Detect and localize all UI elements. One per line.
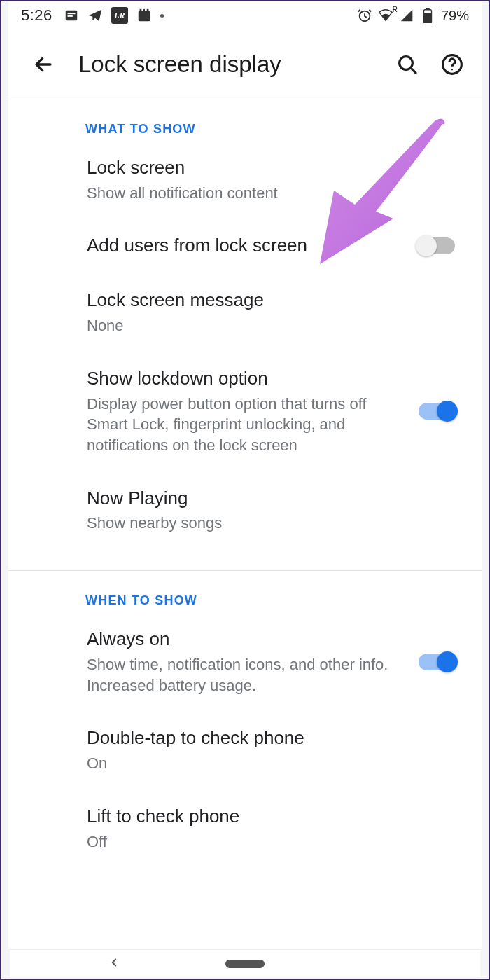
svg-rect-2 — [67, 15, 72, 17]
telegram-icon — [88, 8, 103, 23]
status-time: 5:26 — [21, 6, 52, 25]
svg-rect-1 — [67, 13, 75, 14]
item-title: Lock screen message — [87, 289, 452, 312]
always-on-item[interactable]: Always on Show time, notification icons,… — [8, 612, 482, 711]
lift-item[interactable]: Lift to check phone Off — [8, 789, 482, 867]
svg-rect-10 — [424, 13, 431, 23]
now-playing-item[interactable]: Now Playing Show nearby songs — [8, 471, 482, 549]
add-users-item[interactable]: Add users from lock screen — [8, 219, 482, 273]
svg-point-13 — [451, 69, 453, 70]
item-subtitle: On — [87, 753, 452, 774]
svg-rect-4 — [139, 9, 141, 13]
item-subtitle: None — [87, 315, 452, 336]
always-on-toggle[interactable] — [419, 654, 455, 670]
item-title: Lock screen — [87, 156, 452, 180]
item-title: Always on — [87, 628, 410, 651]
navigation-bar — [10, 949, 480, 977]
lr-app-icon: LR — [111, 7, 128, 24]
home-pill[interactable] — [225, 960, 265, 968]
cell-signal-icon — [399, 8, 414, 23]
battery-percent: 79% — [441, 8, 469, 24]
item-title: Show lockdown option — [87, 367, 410, 391]
lockdown-item[interactable]: Show lockdown option Display power butto… — [8, 352, 482, 471]
section-header: WHAT TO SHOW — [8, 122, 482, 141]
app-bar: Lock screen display — [8, 29, 482, 99]
double-tap-item[interactable]: Double-tap to check phone On — [8, 711, 482, 789]
alarm-icon — [357, 8, 372, 23]
wifi-icon: R — [378, 8, 393, 23]
section-when-to-show: WHEN TO SHOW Always on Show time, notifi… — [8, 571, 482, 888]
lock-screen-message-item[interactable]: Lock screen message None — [8, 273, 482, 351]
section-header: WHEN TO SHOW — [8, 593, 482, 612]
status-bar: 5:26 LR R — [8, 1, 482, 29]
back-button[interactable] — [29, 50, 57, 78]
item-title: Double-tap to check phone — [87, 726, 452, 750]
calendar-icon — [136, 8, 152, 23]
item-subtitle: Display power button option that turns o… — [87, 394, 410, 456]
search-button[interactable] — [395, 52, 420, 77]
lock-screen-item[interactable]: Lock screen Show all notification conten… — [8, 141, 482, 219]
section-what-to-show: WHAT TO SHOW Lock screen Show all notifi… — [8, 99, 482, 571]
item-subtitle: Show all notification content — [87, 183, 452, 204]
item-subtitle: Show time, notification icons, and other… — [87, 654, 410, 696]
battery-icon — [420, 8, 435, 23]
item-title: Add users from lock screen — [87, 234, 410, 258]
message-icon — [64, 8, 79, 23]
svg-rect-5 — [143, 9, 145, 13]
more-notifications-icon — [160, 14, 164, 18]
svg-rect-6 — [146, 9, 148, 13]
help-button[interactable] — [440, 52, 465, 77]
item-subtitle: Off — [87, 831, 452, 853]
lockdown-toggle[interactable] — [419, 403, 455, 420]
settings-list[interactable]: WHAT TO SHOW Lock screen Show all notifi… — [8, 99, 482, 888]
item-subtitle: Show nearby songs — [87, 513, 452, 534]
add-users-toggle[interactable] — [419, 237, 455, 254]
item-title: Lift to check phone — [87, 805, 452, 829]
svg-rect-3 — [139, 11, 150, 22]
item-title: Now Playing — [87, 487, 452, 511]
page-title: Lock screen display — [78, 51, 374, 78]
nav-back-icon[interactable] — [108, 956, 120, 972]
